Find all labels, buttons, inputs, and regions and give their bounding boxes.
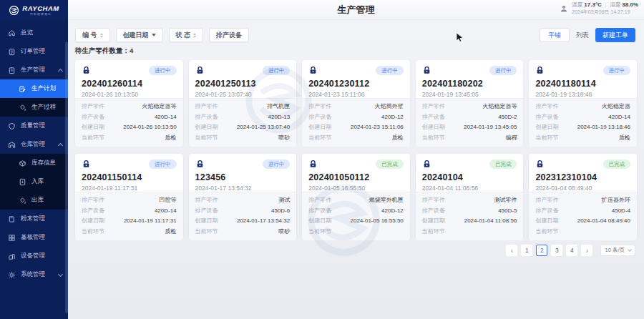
status-badge: 进行中 [149, 160, 177, 169]
work-order-card[interactable]: 进行中 202401180114 2024-01-19 13:18:46 排产零… [529, 60, 637, 144]
work-order-card[interactable]: 进行中 202401230112 2024-01-23 15:11:06 排产零… [302, 60, 410, 144]
field-label-date: 创建日期 [195, 217, 218, 225]
production-icon [8, 67, 16, 74]
view-actions: 平铺 列表 新建工单 [540, 28, 635, 42]
page-button-2[interactable]: 2 [536, 245, 547, 256]
field-value-date: 2024-01-23 15:11:06 [351, 124, 404, 131]
sidebar-item-substrate[interactable]: 基板管理 [0, 228, 68, 247]
work-order-id: 202401150114 [82, 172, 177, 182]
card-fields: 排产零件 排气机匣 排产设备 420D-13 创建日期 2024-01-25 1… [189, 98, 297, 147]
field-label-part: 排产零件 [535, 103, 558, 110]
field-label-stage: 当前环节 [195, 228, 218, 235]
sidebar-item-quality[interactable]: 质量管理 [0, 117, 68, 135]
work-order-id: 202401260114 [82, 79, 177, 89]
work-order-card[interactable]: 进行中 202401180202 2024-01-19 13:45:05 排产零… [416, 60, 524, 144]
list-view-button[interactable]: 列表 [576, 31, 589, 40]
lock-icon [422, 160, 431, 169]
field-label-part: 排产零件 [195, 197, 218, 204]
sidebar-item-production-plan[interactable]: 生产计划 [0, 79, 68, 98]
field-value-stage: 质检 [392, 134, 404, 142]
field-value-date: 2024-01-19 11:17:31 [124, 217, 177, 225]
field-value-device: 450D-6 [271, 207, 290, 215]
work-order-id: 202401050112 [308, 172, 404, 182]
warehouse-submenu: 库存信息 入库 出库 [0, 154, 68, 210]
pending-parts-count: 4 [130, 46, 133, 54]
sidebar-item-orders[interactable]: 订单管理 [0, 42, 68, 61]
sidebar-item-powder[interactable]: 粉末管理 [0, 210, 68, 228]
pending-parts-summary: 待生产零件数量：4 [75, 46, 133, 56]
work-order-card[interactable]: 进行中 202401260114 2024-01-26 10:13:50 排产零… [75, 60, 183, 144]
sidebar-item-inventory[interactable]: 库存信息 [0, 154, 68, 172]
field-value-date: 2024-01-26 10:13:50 [123, 124, 176, 131]
field-label-part: 排产零件 [82, 103, 104, 110]
sidebar-item-production[interactable]: 生产管理 [0, 61, 68, 79]
sidebar-scrollbar[interactable] [65, 41, 68, 313]
work-order-card[interactable]: 已完成 202312310104 2024-01-04 08:49:40 排产零… [529, 154, 637, 238]
field-label-stage: 当前环节 [535, 134, 558, 142]
page-button-1[interactable]: 1 [521, 245, 532, 256]
work-order-card[interactable]: 已完成 202401050112 2024-01-05 16:55:50 排产零… [302, 154, 410, 238]
field-value-device: 420D-13 [268, 114, 291, 121]
work-order-id: 202401180114 [535, 79, 630, 89]
inbound-doc-icon [19, 178, 26, 186]
status-badge: 已完成 [376, 160, 404, 169]
home-icon [8, 29, 16, 37]
sidebar-item-system[interactable]: 系统管理 [0, 265, 68, 284]
page-button-3[interactable]: 3 [551, 245, 562, 256]
field-label-stage: 当前环节 [82, 228, 104, 235]
work-order-card[interactable]: 进行中 123456 2024-01-17 13:54:32 排产零件 测试 排… [189, 154, 297, 238]
field-value-part: 火焰稳定器等 [142, 103, 177, 110]
work-order-card[interactable]: 已完成 20240104 2024-01-04 11:08:56 排产零件 测试… [416, 154, 524, 238]
field-value-stage: 质检 [165, 228, 177, 235]
work-order-datetime: 2024-01-25 13:07:40 [195, 91, 291, 98]
sidebar-item-warehouse[interactable]: 仓库管理 [0, 135, 68, 154]
pour-bucket-icon [19, 104, 26, 112]
status-badge: 进行中 [489, 66, 517, 75]
field-label-date: 创建日期 [422, 124, 445, 131]
grid-icon [8, 234, 16, 242]
field-value-stage: 喷砂 [278, 228, 290, 235]
sidebar-item-production-process[interactable]: 生产过程 [0, 98, 68, 117]
status-badge: 进行中 [263, 160, 291, 169]
factory-icon [8, 252, 16, 260]
filter-device-button[interactable]: 排产设备 [209, 28, 249, 42]
lock-icon [535, 160, 545, 169]
field-value-part: 火焰稳定器等 [482, 103, 517, 110]
field-label-date: 创建日期 [535, 217, 558, 225]
main-content: 编 号 创建日期 状 态 排产设备 平铺 列表 新建工单 待生产零件数量：4 [68, 20, 644, 319]
filter-status-button[interactable]: 状 态 [169, 28, 204, 42]
field-label-part: 排产零件 [82, 197, 104, 204]
tile-view-button[interactable]: 平铺 [540, 28, 570, 42]
field-value-stage: 质检 [619, 134, 630, 142]
work-order-card[interactable]: 进行中 202401250113 2024-01-25 13:07:40 排产零… [189, 60, 297, 144]
mouse-cursor [456, 32, 464, 44]
work-order-datetime: 2024-01-19 11:17:31 [82, 185, 177, 192]
filter-number-button[interactable]: 编 号 [75, 28, 110, 42]
prev-page-button[interactable]: ‹ [506, 245, 517, 256]
field-value-part: 火焰稳定器 [602, 103, 630, 110]
lock-icon [195, 66, 205, 75]
filter-create-date-button[interactable]: 创建日期 [116, 28, 163, 42]
next-page-button[interactable]: › [581, 245, 592, 256]
book-icon [8, 215, 16, 223]
sort-icon [100, 33, 103, 38]
field-label-stage: 当前环节 [195, 134, 218, 142]
sidebar-item-overview[interactable]: 总览 [0, 24, 68, 42]
card-fields: 排产零件 火焰稳定器等 排产设备 420D-14 创建日期 2024-01-26… [75, 98, 183, 147]
work-order-card[interactable]: 进行中 202401150114 2024-01-19 11:17:31 排产零… [75, 154, 183, 238]
card-fields: 排产零件 燃烧室外机匣 排产设备 420D-12 创建日期 2024-01-05… [302, 192, 410, 240]
page-button-4[interactable]: 4 [566, 245, 577, 256]
field-value-part: 测试零件 [494, 197, 517, 204]
new-work-order-button[interactable]: 新建工单 [595, 28, 635, 42]
sidebar-item-outbound[interactable]: 出库 [0, 191, 68, 210]
field-value-device: 450D-5 [498, 207, 517, 215]
work-order-datetime: 2024-01-26 10:13:50 [82, 91, 177, 98]
card-fields: 排产零件 凹腔等 排产设备 420D-14 创建日期 2024-01-19 11… [75, 192, 183, 240]
field-label-date: 创建日期 [422, 217, 445, 225]
chevron-down-icon [58, 271, 63, 276]
page-size-select[interactable]: 10 条/页 [600, 245, 635, 256]
work-order-datetime: 2024-01-19 13:18:46 [535, 91, 630, 98]
sidebar-item-inbound[interactable]: 入库 [0, 172, 68, 191]
sidebar-item-equipment[interactable]: 设备管理 [0, 247, 68, 265]
field-label-part: 排产零件 [422, 197, 445, 204]
